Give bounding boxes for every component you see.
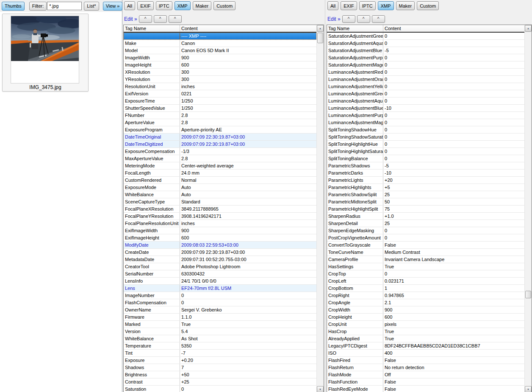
table-row[interactable]: FlashCompensation0 bbox=[124, 299, 316, 306]
table-row[interactable]: CropWidth900 bbox=[327, 306, 524, 314]
table-row[interactable]: ResolutionUnitinches bbox=[124, 83, 316, 90]
table-row[interactable]: SplitToningHighlightHue0 bbox=[327, 141, 524, 148]
table-row[interactable]: WhiteBalanceAs Shot bbox=[124, 335, 316, 342]
move-up-button[interactable]: ^ bbox=[342, 15, 355, 23]
table-row[interactable]: SaturationAdjustmentBlue-5 bbox=[327, 47, 524, 54]
column-header-content[interactable]: Content bbox=[180, 25, 316, 32]
vertical-scrollbar[interactable]: ▲ ▼ bbox=[316, 25, 324, 392]
table-row[interactable]: ImageNumber0 bbox=[124, 292, 316, 299]
move-up-button[interactable]: ^ bbox=[372, 15, 385, 23]
table-row[interactable]: ExposureModeAuto bbox=[124, 184, 316, 191]
table-row[interactable]: SplitToningHighlightSaturation0 bbox=[327, 148, 524, 155]
table-row[interactable]: LuminanceAdjustmentPurple0 bbox=[327, 112, 524, 119]
filter-button-iptc[interactable]: IPTC bbox=[156, 1, 172, 10]
table-row[interactable]: Temperature5350 bbox=[124, 342, 316, 350]
table-row[interactable]: HasCropTrue bbox=[327, 328, 524, 335]
table-row[interactable]: ConvertToGrayscaleFalse bbox=[327, 242, 524, 249]
table-row[interactable]: AlreadyAppliedTrue bbox=[327, 335, 524, 342]
table-row[interactable]: ExifImageHeight600 bbox=[124, 234, 316, 242]
table-row[interactable]: SaturationAdjustmentAqua0 bbox=[327, 40, 524, 47]
table-row[interactable]: CreateDate2009:07:09 22:30:19.87+03:00 bbox=[124, 249, 316, 256]
move-up-button[interactable]: ^ bbox=[139, 15, 152, 23]
filter-button-exif[interactable]: EXIF bbox=[137, 1, 153, 10]
filter-button-maker[interactable]: Maker bbox=[396, 1, 415, 10]
filter-button-all[interactable]: All bbox=[327, 1, 338, 10]
table-row[interactable]: ISO400 bbox=[327, 350, 524, 357]
table-row[interactable]: FlashFiredFalse bbox=[327, 357, 524, 364]
table-row[interactable]: LuminanceAdjustmentAqua0 bbox=[327, 97, 524, 105]
scroll-up-button[interactable]: ▲ bbox=[525, 25, 532, 32]
move-up-button[interactable]: ^ bbox=[357, 15, 370, 23]
table-row[interactable]: LensInfo24/1 70/1 0/0 0/0 bbox=[124, 278, 316, 285]
table-row[interactable]: CreatorToolAdobe Photoshop Lightroom bbox=[124, 263, 316, 270]
table-row[interactable]: SplitToningShadowSaturation0 bbox=[327, 133, 524, 141]
table-row[interactable]: MakeCanon bbox=[124, 40, 316, 47]
filter-button-xmp[interactable]: XMP bbox=[175, 1, 191, 10]
table-row[interactable]: SharpenEdgeMasking0 bbox=[327, 227, 524, 234]
filter-button-exif[interactable]: EXIF bbox=[341, 1, 357, 10]
table-row[interactable]: CropRight0.947865 bbox=[327, 292, 524, 299]
table-row[interactable]: ShutterSpeedValue1/250 bbox=[124, 105, 316, 112]
table-row[interactable]: DateTimeOriginal2009:07:09 22:30:19.87+0… bbox=[124, 133, 316, 141]
scrollbar-thumb[interactable] bbox=[317, 33, 323, 43]
filter-button-iptc[interactable]: IPTC bbox=[359, 1, 376, 10]
table-row[interactable]: CropBottom1 bbox=[327, 285, 524, 292]
table-row[interactable]: ApertureValue2.8 bbox=[124, 119, 316, 126]
table-row[interactable]: FlashModeOff bbox=[327, 371, 524, 378]
table-row[interactable]: Contrast+25 bbox=[124, 378, 316, 386]
table-row[interactable]: HasSettingsTrue bbox=[327, 263, 524, 270]
column-header-content[interactable]: Content bbox=[383, 25, 524, 32]
table-row[interactable]: LuminanceAdjustmentGreen0 bbox=[327, 90, 524, 97]
thumbnail-item[interactable]: IMG_3475.jpg bbox=[2, 14, 89, 92]
table-row[interactable]: SharpenDetail25 bbox=[327, 220, 524, 227]
table-row[interactable]: ExposureCompensation-1/3 bbox=[124, 148, 316, 155]
filter-button-maker[interactable]: Maker bbox=[193, 1, 212, 10]
table-row[interactable]: ParametricDarks-10 bbox=[327, 170, 524, 177]
table-row[interactable]: ParametricLights+20 bbox=[327, 177, 524, 184]
vertical-scrollbar[interactable]: ▲ ▼ bbox=[524, 25, 532, 392]
table-row[interactable]: ImageWidth900 bbox=[124, 54, 316, 61]
table-row[interactable]: MaxApertureValue2.8 bbox=[124, 155, 316, 162]
column-header-tag-name[interactable]: Tag Name bbox=[124, 25, 180, 32]
table-row[interactable]: FNumber2.8 bbox=[124, 112, 316, 119]
scroll-down-button[interactable]: ▼ bbox=[525, 386, 532, 392]
table-row[interactable]: FocalLength24.0 mm bbox=[124, 170, 316, 177]
table-row[interactable]: MetadataDate2009:07:31 00:52:20.755-03:0… bbox=[124, 256, 316, 263]
table-row[interactable]: LuminanceAdjustmentMagenta0 bbox=[327, 119, 524, 126]
filter-button-custom[interactable]: Custom bbox=[213, 1, 236, 10]
table-row[interactable]: FlashRedEyeModeFalse bbox=[327, 386, 524, 392]
filter-button-xmp[interactable]: XMP bbox=[378, 1, 394, 10]
table-row[interactable]: DateTimeDigitized2009:07:09 22:30:19.87+… bbox=[124, 141, 316, 148]
column-header-tag-name[interactable]: Tag Name bbox=[327, 25, 383, 32]
table-row[interactable]: SplitToningShadowHue0 bbox=[327, 126, 524, 133]
table-row[interactable]: LuminanceAdjustmentOrange0 bbox=[327, 76, 524, 83]
table-row[interactable]: LuminanceAdjustmentYellow0 bbox=[327, 83, 524, 90]
table-row[interactable]: Tint-7 bbox=[124, 350, 316, 357]
table-row[interactable]: CropHeight600 bbox=[327, 314, 524, 321]
table-row[interactable]: ParametricShadows-5 bbox=[327, 162, 524, 170]
table-row[interactable]: Brightness+50 bbox=[124, 371, 316, 378]
filter-button-all[interactable]: All bbox=[124, 1, 135, 10]
filter-button-custom[interactable]: Custom bbox=[417, 1, 439, 10]
table-row[interactable]: ParametricShadowSplit25 bbox=[327, 191, 524, 198]
table-row[interactable]: SaturationAdjustmentMagenta0 bbox=[327, 61, 524, 69]
scrollbar-thumb[interactable] bbox=[525, 291, 531, 298]
table-row[interactable]: CropTop0 bbox=[327, 270, 524, 278]
table-row[interactable]: SplitToningBalance0 bbox=[327, 155, 524, 162]
table-row[interactable]: Version5.4 bbox=[124, 328, 316, 335]
table-row[interactable]: FocalPlaneYResolution3908.14196242171 bbox=[124, 213, 316, 220]
table-row[interactable]: YResolution300 bbox=[124, 76, 316, 83]
table-row[interactable]: SaturationAdjustmentGreen0 bbox=[327, 33, 524, 40]
table-row[interactable]: FocalPlaneXResolution3849.2117888965 bbox=[124, 206, 316, 213]
table-row[interactable]: SharpenRadius+1.0 bbox=[327, 213, 524, 220]
table-row[interactable]: LuminanceAdjustmentRed0 bbox=[327, 69, 524, 76]
table-row[interactable]: LensEF24-70mm f/2.8L USM bbox=[124, 285, 316, 292]
filter-button[interactable]: Filter: bbox=[29, 2, 47, 11]
table-row[interactable]: CameraProfileInvariant Camera Landscape bbox=[327, 256, 524, 263]
filter-input[interactable] bbox=[47, 2, 82, 10]
table-row[interactable]: ---- XMP ---- bbox=[124, 33, 316, 40]
table-row[interactable]: ParametricMidtoneSplit50 bbox=[327, 198, 524, 206]
table-row[interactable]: ModelCanon EOS 5D Mark II bbox=[124, 47, 316, 54]
table-row[interactable]: ParametricHighlights+5 bbox=[327, 184, 524, 191]
table-row[interactable]: CropUnitpixels bbox=[327, 321, 524, 328]
